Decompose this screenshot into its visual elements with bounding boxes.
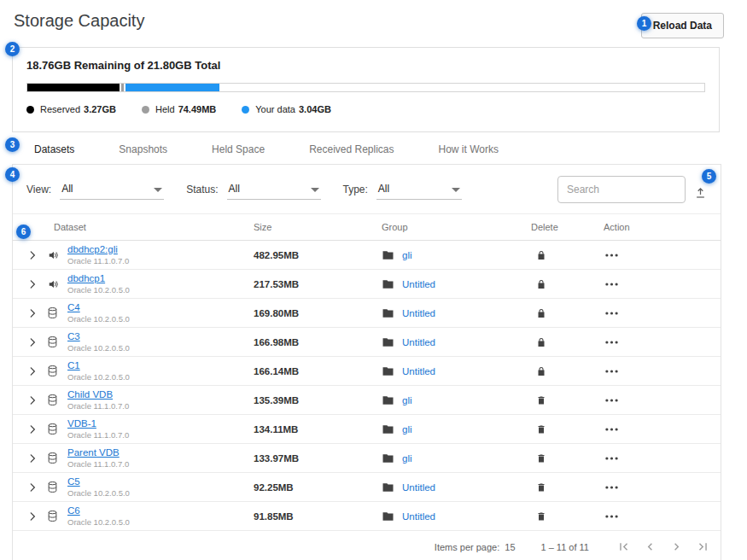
table-header: Dataset Size Group Delete Action bbox=[13, 213, 721, 241]
bar-reserved-segment bbox=[27, 84, 120, 91]
dataset-link[interactable]: Parent VDB bbox=[67, 446, 254, 458]
tab-datasets[interactable]: Datasets bbox=[34, 143, 74, 155]
dsource-icon bbox=[47, 278, 67, 290]
row-expander[interactable] bbox=[26, 510, 47, 522]
tab-received-replicas[interactable]: Received Replicas bbox=[309, 143, 394, 155]
row-expander[interactable] bbox=[26, 481, 47, 493]
dataset-subtitle: Oracle 10.2.0.5.0 bbox=[67, 285, 254, 295]
type-filter-select[interactable]: All bbox=[376, 178, 462, 200]
items-per-page-label: Items per page: bbox=[435, 542, 499, 552]
dataset-link[interactable]: VDB-1 bbox=[67, 417, 254, 429]
export-icon bbox=[694, 190, 707, 202]
lock-icon[interactable] bbox=[534, 248, 548, 263]
group-link[interactable]: Untitled bbox=[402, 366, 435, 376]
view-filter-select[interactable]: All bbox=[60, 178, 164, 200]
group-link[interactable]: gli bbox=[402, 250, 412, 260]
row-expander[interactable] bbox=[26, 278, 47, 290]
row-expander[interactable] bbox=[26, 423, 47, 435]
items-per-page-value[interactable]: 15 bbox=[505, 542, 515, 552]
folder-icon bbox=[382, 366, 394, 376]
first-page-button[interactable] bbox=[615, 538, 633, 556]
row-actions-button[interactable] bbox=[604, 513, 620, 520]
row-actions-button[interactable] bbox=[604, 252, 620, 259]
lock-icon[interactable] bbox=[534, 277, 548, 292]
table-row: Parent VDBOracle 11.1.0.7.0133.97MBgli bbox=[13, 444, 721, 473]
row-expander[interactable] bbox=[26, 365, 47, 377]
group-link[interactable]: gli bbox=[402, 424, 412, 435]
table-row: C3Oracle 10.2.0.5.0166.98MBUntitled bbox=[13, 328, 721, 357]
lock-icon[interactable] bbox=[534, 306, 548, 321]
dataset-subtitle: Oracle 10.2.0.5.0 bbox=[67, 343, 254, 353]
tab-bar: DatasetsSnapshotsHeld SpaceReceived Repl… bbox=[12, 137, 720, 162]
folder-icon bbox=[382, 482, 394, 493]
prev-page-button[interactable] bbox=[641, 538, 659, 556]
callout-1: 1 bbox=[637, 16, 651, 31]
group-link[interactable]: Untitled bbox=[402, 482, 435, 493]
row-actions-button[interactable] bbox=[604, 281, 620, 288]
group-link[interactable]: gli bbox=[402, 453, 412, 464]
row-expander[interactable] bbox=[26, 307, 47, 319]
tab-how-it-works[interactable]: How it Works bbox=[439, 143, 499, 155]
legend-value: 3.27GB bbox=[84, 104, 116, 114]
group-link[interactable]: Untitled bbox=[402, 279, 435, 289]
row-actions-button[interactable] bbox=[604, 310, 620, 317]
capacity-summary: 18.76GB Remaining of 21.80GB Total bbox=[26, 59, 705, 72]
dataset-link[interactable]: C4 bbox=[67, 301, 254, 313]
dataset-link[interactable]: C5 bbox=[67, 475, 254, 487]
callout-6: 6 bbox=[16, 225, 31, 239]
table-row: C4Oracle 10.2.0.5.0169.80MBUntitled bbox=[13, 299, 721, 328]
status-filter-select[interactable]: All bbox=[227, 178, 321, 200]
row-actions-button[interactable] bbox=[604, 339, 620, 346]
lock-icon[interactable] bbox=[534, 335, 548, 350]
row-actions-button[interactable] bbox=[604, 455, 620, 462]
row-expander[interactable] bbox=[26, 336, 47, 348]
row-actions-button[interactable] bbox=[604, 484, 620, 491]
trash-icon[interactable] bbox=[534, 509, 548, 524]
view-filter: View: All bbox=[26, 178, 164, 200]
dataset-link[interactable]: C1 bbox=[67, 359, 254, 371]
last-page-button[interactable] bbox=[694, 538, 712, 556]
trash-icon[interactable] bbox=[534, 451, 548, 466]
table-body: dbdhcp2:gliOracle 11.1.0.7.0482.95MBglid… bbox=[13, 241, 721, 531]
dataset-size: 217.53MB bbox=[254, 279, 382, 289]
dataset-link[interactable]: dbdhcp1 bbox=[67, 272, 254, 284]
search-input[interactable] bbox=[557, 176, 686, 203]
legend-value: 3.04GB bbox=[299, 104, 331, 114]
reload-data-button[interactable]: Reload Data bbox=[641, 13, 724, 38]
row-expander[interactable] bbox=[26, 249, 47, 261]
dataset-link[interactable]: C6 bbox=[67, 505, 254, 516]
dataset-size: 169.80MB bbox=[254, 308, 382, 318]
column-header-delete: Delete bbox=[531, 222, 604, 232]
export-button[interactable] bbox=[692, 184, 709, 204]
lock-icon[interactable] bbox=[534, 364, 548, 379]
tab-held-space[interactable]: Held Space bbox=[212, 143, 265, 155]
trash-icon[interactable] bbox=[534, 393, 548, 408]
legend-dot bbox=[242, 106, 249, 114]
row-actions-button[interactable] bbox=[604, 397, 620, 404]
trash-icon[interactable] bbox=[534, 422, 548, 437]
view-filter-value: All bbox=[61, 183, 73, 195]
next-page-button[interactable] bbox=[668, 538, 686, 556]
row-expander[interactable] bbox=[26, 394, 47, 406]
table-row: C1Oracle 10.2.0.5.0166.14MBUntitled bbox=[13, 357, 721, 386]
column-header-size: Size bbox=[254, 222, 382, 232]
dataset-link[interactable]: dbdhcp2:gli bbox=[67, 243, 254, 255]
dataset-link[interactable]: C3 bbox=[67, 330, 254, 342]
table-row: C6Oracle 10.2.0.5.091.85MBUntitled bbox=[13, 502, 721, 531]
group-link[interactable]: Untitled bbox=[402, 511, 435, 522]
row-actions-button[interactable] bbox=[604, 426, 620, 433]
type-filter: Type: All bbox=[343, 178, 462, 200]
callout-5: 5 bbox=[702, 169, 716, 184]
group-link[interactable]: Untitled bbox=[402, 308, 435, 318]
group-link[interactable]: gli bbox=[402, 395, 412, 405]
tab-snapshots[interactable]: Snapshots bbox=[119, 143, 167, 155]
row-actions-button[interactable] bbox=[604, 368, 620, 375]
group-link[interactable]: Untitled bbox=[402, 337, 435, 347]
row-expander[interactable] bbox=[26, 452, 47, 464]
trash-icon[interactable] bbox=[534, 480, 548, 495]
dataset-link[interactable]: Child VDB bbox=[67, 388, 254, 400]
dataset-size: 91.85MB bbox=[254, 511, 382, 522]
folder-icon bbox=[382, 250, 394, 260]
legend-dot bbox=[142, 106, 149, 114]
column-header-group: Group bbox=[382, 222, 531, 232]
